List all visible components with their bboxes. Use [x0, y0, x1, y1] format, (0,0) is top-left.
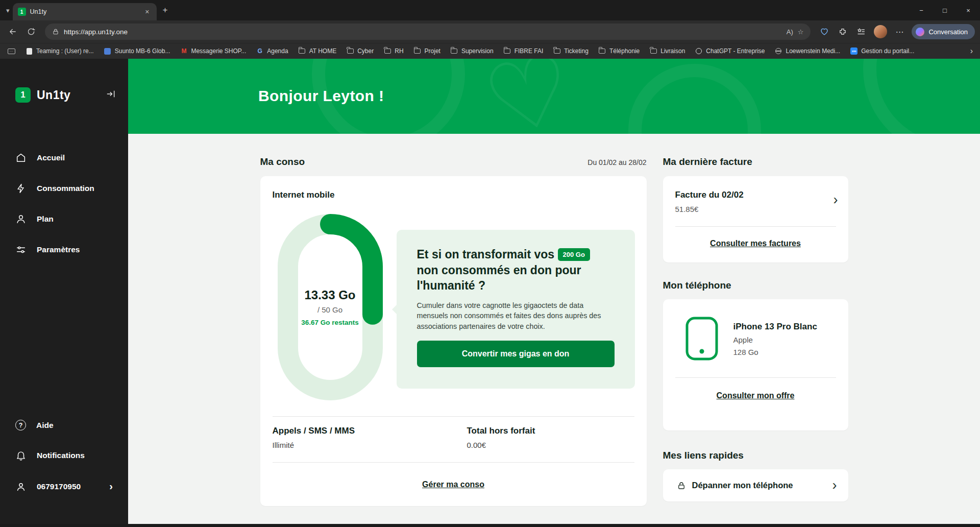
bookmark-folder[interactable]: RH — [383, 47, 403, 55]
phone-icon — [685, 317, 718, 361]
bookmark-item[interactable]: Teaming : (User) re... — [25, 47, 94, 55]
hero-banner: ♡ Bonjour Leyton ! — [128, 59, 980, 134]
bookmark-label: AT HOME — [309, 47, 337, 55]
sidebar-item-consommation[interactable]: Consommation — [0, 173, 128, 204]
address-bar[interactable]: https://app.un1ty.one A) ☆ — [45, 23, 811, 40]
folder-icon — [346, 47, 354, 55]
sidebar-item-parametres[interactable]: Paramètres — [0, 234, 128, 265]
bookmark-item[interactable]: Agenda — [256, 47, 288, 55]
quick-link-card[interactable]: Dépanner mon téléphone › — [663, 469, 848, 501]
bookmark-label: FIBRE FAI — [514, 47, 544, 55]
sidebar-item-label: Accueil — [37, 153, 65, 162]
browser-essentials-button[interactable] — [817, 24, 832, 39]
bookmark-item[interactable]: Messagerie SHOP... — [180, 47, 246, 55]
sidebar-item-label: Notifications — [37, 451, 85, 460]
convert-gigas-button[interactable]: Convertir mes gigas en don — [417, 341, 615, 367]
maximize-button[interactable]: □ — [933, 0, 957, 20]
favorite-star-icon[interactable]: ☆ — [798, 28, 804, 36]
calls-value: Illimité — [273, 441, 467, 449]
home-icon — [15, 152, 27, 163]
folder-icon — [298, 47, 306, 55]
folder-icon — [649, 47, 657, 55]
sidebar-item-label: Aide — [36, 421, 54, 430]
dashboard-content: Ma conso Du 01/02 au 28/02 Internet mobi… — [128, 134, 980, 527]
billing-period: Du 01/02 au 28/02 — [587, 158, 646, 166]
bookmark-folder[interactable]: Ticketing — [553, 47, 589, 55]
browser-tab[interactable]: 1 Un1ty × — [13, 3, 157, 20]
data-total: / 50 Go — [317, 305, 342, 314]
side-panel-icon[interactable]: ··· — [7, 47, 15, 55]
bookmark-label: Loewenstein Medi... — [786, 47, 840, 55]
new-tab-button[interactable]: + — [163, 5, 168, 15]
bookmark-folder[interactable]: Supervision — [450, 47, 494, 55]
conso-column: Ma conso Du 01/02 au 28/02 Internet mobi… — [260, 156, 647, 506]
extensions-button[interactable] — [835, 24, 850, 39]
consult-offer-link[interactable]: Consulter mon offre — [717, 391, 795, 400]
bookmark-folder[interactable]: Projet — [413, 47, 440, 55]
decor-heart-icon: ♡ — [473, 59, 585, 134]
bookmark-folder[interactable]: FIBRE FAI — [503, 47, 544, 55]
settings-menu-button[interactable]: ⋯ — [892, 27, 906, 37]
greeting-title: Bonjour Leyton ! — [258, 87, 384, 105]
copilot-icon — [916, 28, 924, 36]
bookmark-folder[interactable]: Téléphonie — [598, 47, 640, 55]
sidebar-item-plan[interactable]: Plan — [0, 204, 128, 234]
zoom-icon — [850, 47, 858, 55]
unity-favicon-icon: 1 — [18, 8, 26, 16]
bookmarks-overflow-chevron-icon[interactable]: › — [970, 46, 973, 56]
browser-toolbar: https://app.un1ty.one A) ☆ ⋯ Conversatio… — [0, 20, 980, 43]
refresh-button[interactable] — [23, 24, 39, 39]
phone-section-title: Mon téléphone — [663, 280, 848, 291]
bookmark-label: Teaming : (User) re... — [36, 47, 94, 55]
bookmark-label: Gestion du portail... — [861, 47, 914, 55]
sidebar-item-aide[interactable]: ? Aide — [0, 410, 128, 440]
invoice-card: Facture du 02/02 51.85€ › Consulter mes … — [663, 176, 848, 262]
data-badge: 200 Go — [558, 248, 590, 261]
bell-icon — [15, 450, 27, 461]
bookmark-item[interactable]: Suunto MB-6 Glob... — [104, 47, 170, 55]
bookmark-folder[interactable]: Cyber — [346, 47, 374, 55]
folder-icon — [450, 47, 458, 55]
chevron-right-icon: › — [832, 478, 837, 492]
conversation-button[interactable]: Conversation — [912, 24, 975, 39]
read-aloud-icon[interactable]: A) — [787, 28, 793, 36]
favorites-button[interactable] — [853, 24, 869, 39]
bookmark-item[interactable]: ChatGPT - Entreprise — [695, 47, 765, 55]
profile-avatar[interactable] — [874, 25, 887, 38]
sliders-icon — [15, 244, 27, 255]
folder-icon — [553, 47, 561, 55]
chevron-down-icon[interactable]: ▾ — [6, 7, 10, 14]
minimize-button[interactable]: − — [910, 0, 933, 20]
phone-number-label: 0679170950 — [37, 482, 81, 491]
tab-close-icon[interactable]: × — [143, 8, 151, 16]
gmail-icon — [180, 47, 188, 55]
manage-conso-row: Gérer ma conso — [260, 480, 647, 489]
puzzle-icon — [838, 27, 847, 36]
chatgpt-icon — [695, 47, 703, 55]
globe-icon — [774, 47, 782, 55]
document-icon — [25, 47, 33, 55]
lock-icon — [677, 481, 686, 490]
sidebar-item-notifications[interactable]: Notifications — [0, 440, 128, 471]
back-button[interactable] — [5, 24, 20, 39]
close-button[interactable]: × — [957, 0, 980, 20]
conso-section-title: Ma conso — [260, 156, 305, 167]
bookmark-item[interactable]: Loewenstein Medi... — [774, 47, 840, 55]
data-remaining: 36.67 Go restants — [301, 319, 359, 326]
sidebar-item-accueil[interactable]: Accueil — [0, 142, 128, 173]
manage-conso-link[interactable]: Gérer ma conso — [422, 480, 484, 489]
consult-invoices-link[interactable]: Consulter mes factures — [710, 239, 801, 248]
suunto-icon — [104, 47, 112, 55]
bookmark-label: Supervision — [461, 47, 494, 55]
bookmark-folder[interactable]: Livraison — [649, 47, 685, 55]
folder-icon — [598, 47, 606, 55]
url-text: https://app.un1ty.one — [64, 28, 782, 36]
sidebar-item-account[interactable]: 0679170950 › — [0, 471, 128, 502]
chevron-right-icon[interactable]: › — [834, 193, 838, 207]
bookmark-folder[interactable]: AT HOME — [298, 47, 337, 55]
bookmark-item[interactable]: Gestion du portail... — [850, 47, 914, 55]
bookmark-label: Projet — [425, 47, 440, 55]
data-used: 13.33 Go — [304, 288, 355, 302]
right-column: Ma dernière facture Facture du 02/02 51.… — [663, 156, 848, 506]
collapse-sidebar-button[interactable] — [106, 89, 116, 101]
